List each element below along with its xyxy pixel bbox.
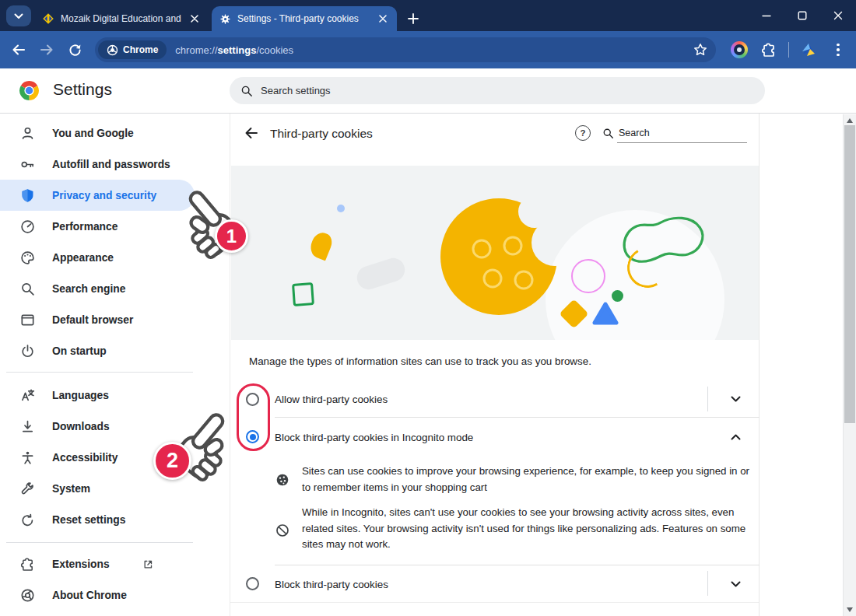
browser-toolbar: Chrome chrome://settings/cookies: [0, 31, 856, 68]
tab-close-icon[interactable]: [188, 12, 201, 25]
sidebar-item-reset-settings[interactable]: Reset settings: [0, 504, 195, 535]
window-titlebar: Mozaik Digital Education and Le: [0, 0, 856, 31]
menu-kebab-icon[interactable]: [833, 41, 844, 58]
option-block-incognito[interactable]: Block third-party cookies in Incognito m…: [231, 418, 760, 456]
pink-ring-shape: [571, 259, 605, 293]
chevron-down-icon[interactable]: [729, 579, 742, 589]
external-link-icon: [142, 558, 154, 570]
sidebar-item-you-and-google[interactable]: You and Google: [0, 117, 195, 149]
wrench-icon: [20, 481, 35, 496]
bookmark-star-icon[interactable]: [693, 42, 708, 58]
profile-avatar[interactable]: [801, 41, 818, 58]
sidebar-item-extensions[interactable]: Extensions: [0, 548, 195, 579]
scrollbar-thumb[interactable]: [844, 125, 855, 423]
sidebar-item-label: Autofill and passwords: [52, 159, 170, 170]
sidebar-item-label: Reset settings: [52, 514, 125, 526]
section-search-input[interactable]: [619, 128, 747, 138]
green-dot-shape: [612, 290, 623, 302]
person-icon: [20, 126, 35, 141]
sidebar-item-label: Accessibility: [52, 452, 118, 464]
sidebar-divider: [6, 542, 193, 543]
power-icon: [20, 344, 35, 359]
chrome-logo: [19, 80, 40, 101]
scrollbar[interactable]: [843, 114, 856, 616]
url-text: chrome://settings/cookies: [175, 44, 293, 56]
sidebar-item-label: Languages: [52, 390, 109, 401]
row-divider: [707, 571, 708, 596]
mozaik-favicon: [42, 12, 54, 25]
cookies-settings-panel: Third-party cookies ?: [230, 114, 760, 616]
shield-icon: [20, 188, 35, 203]
tab-close-icon[interactable]: [377, 12, 389, 25]
intro-text: Manage the types of information sites ca…: [249, 355, 591, 367]
sidebar-item-label: System: [52, 483, 90, 495]
settings-search[interactable]: [230, 77, 765, 104]
sidebar-item-label: Privacy and security: [52, 190, 156, 201]
scroll-down-arrow[interactable]: [847, 607, 853, 612]
green-square-shape: [292, 282, 314, 306]
detail-cookies-benefit: Sites can use cookies to improve your br…: [302, 463, 760, 495]
settings-sidebar: You and Google Autofill and passwords Pr…: [0, 114, 230, 616]
sidebar-item-downloads[interactable]: Downloads: [0, 411, 195, 442]
address-bar[interactable]: Chrome chrome://settings/cookies: [95, 37, 716, 62]
sidebar-item-languages[interactable]: Languages: [0, 380, 195, 411]
sidebar-item-about-chrome[interactable]: About Chrome: [0, 579, 195, 611]
forward-icon[interactable]: [37, 40, 56, 59]
sidebar-item-appearance[interactable]: Appearance: [0, 242, 195, 273]
close-button[interactable]: [820, 0, 856, 31]
radio-checked[interactable]: [246, 430, 259, 443]
chip-label: Chrome: [123, 44, 158, 55]
sidebar-item-on-startup[interactable]: On startup: [0, 335, 195, 366]
sidebar-item-performance[interactable]: Performance: [0, 211, 195, 242]
blocked-icon: [275, 523, 289, 537]
chrome-icon: [20, 588, 35, 603]
settings-search-input[interactable]: [261, 85, 754, 96]
option-label: Block third-party cookies in Incognito m…: [275, 432, 473, 443]
extensions-icon[interactable]: [760, 40, 778, 59]
detail-incognito-blocking: While in Incognito, sites can't use your…: [302, 505, 760, 553]
browser-icon: [20, 313, 35, 327]
minimize-button[interactable]: [749, 0, 784, 31]
tab-search-button[interactable]: [6, 5, 31, 26]
radio-unchecked[interactable]: [246, 393, 259, 406]
sidebar-item-default-browser[interactable]: Default browser: [0, 304, 195, 335]
step-badge-2: 2: [153, 442, 191, 480]
tab-settings[interactable]: Settings - Third-party cookies: [212, 6, 397, 31]
tab-title: Mozaik Digital Education and Le: [61, 13, 182, 24]
cookie-illustration: [231, 166, 759, 340]
sidebar-item-privacy-security[interactable]: Privacy and security: [0, 180, 195, 211]
blue-triangle-shape: [592, 302, 619, 328]
help-icon[interactable]: ?: [575, 125, 591, 141]
section-search[interactable]: [602, 122, 747, 143]
cookie-icon: [275, 473, 289, 487]
option-block-third-party[interactable]: Block third-party cookies: [231, 565, 760, 602]
sidebar-item-autofill[interactable]: Autofill and passwords: [0, 149, 195, 180]
chevron-up-icon[interactable]: [729, 432, 742, 442]
blue-dot-shape: [337, 205, 345, 212]
option-allow-third-party[interactable]: Allow third-party cookies: [231, 381, 760, 417]
scroll-up-arrow[interactable]: [847, 118, 853, 123]
sidebar-divider: [6, 372, 193, 373]
chevron-down-icon[interactable]: [729, 394, 742, 404]
search-icon: [240, 85, 253, 97]
search-icon: [602, 128, 614, 139]
step-badge-1: 1: [215, 219, 248, 253]
tab-mozaik[interactable]: Mozaik Digital Education and Le: [34, 6, 209, 31]
chrome-chip[interactable]: Chrome: [98, 40, 167, 59]
reload-icon[interactable]: [65, 40, 84, 59]
new-tab-button[interactable]: [405, 10, 422, 27]
back-icon[interactable]: [9, 40, 28, 59]
option-label: Block third-party cookies: [275, 579, 388, 590]
sidebar-item-label: Search engine: [52, 283, 125, 295]
cookie-shape: [437, 194, 561, 322]
gear-icon: [219, 13, 231, 25]
lens-icon[interactable]: [731, 41, 748, 58]
sidebar-item-label: Default browser: [52, 314, 133, 326]
maximize-button[interactable]: [784, 0, 820, 31]
translate-icon: [20, 388, 35, 403]
sidebar-item-label: Extensions: [52, 558, 110, 570]
sidebar-item-search-engine[interactable]: Search engine: [0, 273, 195, 304]
back-arrow-icon[interactable]: [243, 124, 260, 142]
sidebar-item-label: About Chrome: [52, 590, 127, 601]
radio-unchecked[interactable]: [246, 577, 259, 590]
